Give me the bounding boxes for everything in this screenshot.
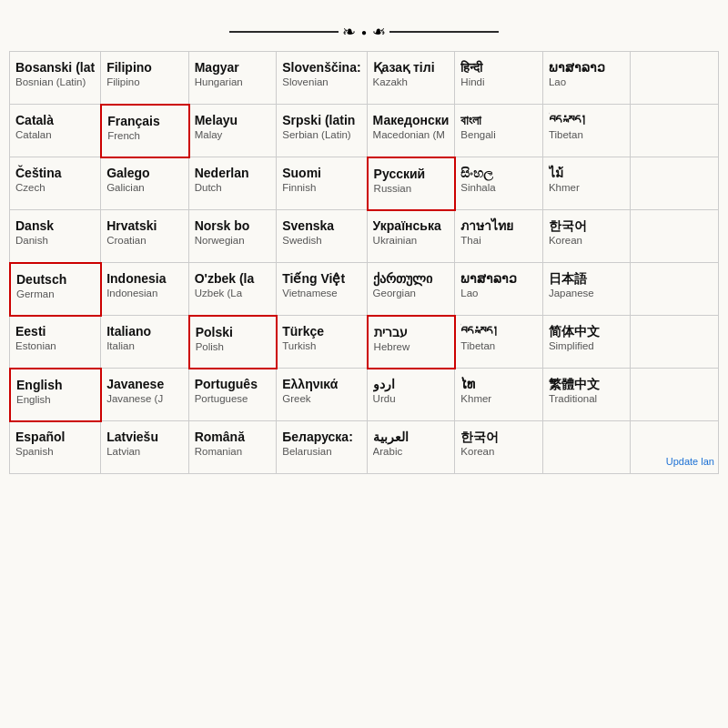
language-cell[interactable]: සිංහලSinhala [455, 157, 543, 210]
language-cell[interactable]: हिन्दीHindi [455, 52, 543, 105]
language-cell[interactable]: NederlanDutch [189, 157, 278, 210]
language-native-name: 日本語 [549, 270, 625, 287]
language-english-name: Indonesian [106, 287, 183, 300]
language-cell[interactable]: JavaneseJavanese (J [101, 369, 189, 421]
language-english-name: Turkish [282, 339, 360, 353]
language-native-name: Dansk [15, 217, 95, 234]
language-cell[interactable]: SvenskaSwedish [277, 210, 367, 263]
language-cell[interactable]: اردوUrdu [368, 369, 456, 421]
language-cell[interactable]: বাংলাBengali [455, 105, 543, 157]
language-english-name: Serbian (Latin) [282, 128, 360, 142]
ornament-left: ❧ [342, 22, 356, 42]
language-english-name: Czech [15, 181, 95, 195]
language-cell[interactable]: བོད་སྐད།Tibetan [543, 105, 632, 157]
ornament-right: ❧ [372, 22, 386, 42]
language-cell[interactable]: ČeštinaCzech [10, 157, 101, 210]
language-cell[interactable]: PolskiPolish [188, 315, 278, 369]
language-cell[interactable]: Slovenščina:Slovenian [277, 52, 367, 105]
language-cell[interactable]: SuomiFinnish [277, 157, 367, 210]
language-native-name: Tiếng Việt [282, 270, 360, 287]
language-cell[interactable]: 繁體中文Traditional [543, 369, 632, 421]
language-english-name: Javanese (J [106, 392, 183, 406]
language-native-name: བོད་སྐད། [460, 323, 537, 339]
language-english-name: Tibetan [549, 128, 625, 142]
language-english-name: German [16, 288, 95, 301]
language-cell[interactable]: O'zbek (laUzbek (La [189, 263, 278, 316]
language-cell[interactable]: 简体中文Simplified [543, 316, 632, 369]
language-cell[interactable]: HrvatskiCroatian [101, 210, 189, 263]
language-english-name: Japanese [549, 287, 625, 300]
language-cell[interactable]: Norsk boNorwegian [189, 210, 278, 263]
language-cell[interactable]: DanskDanish [10, 210, 101, 263]
language-cell[interactable]: IndonesiaIndonesian [101, 263, 189, 316]
language-cell[interactable]: MagyarHungarian [189, 52, 278, 105]
language-native-name: བོད་སྐད། [549, 112, 625, 128]
language-english-name: Hindi [460, 76, 537, 89]
language-cell[interactable]: ພາສາລາວLao [455, 263, 543, 316]
language-cell [631, 316, 719, 369]
language-english-name: Macedonian (M [373, 128, 450, 142]
language-cell[interactable]: EspañolSpanish [10, 421, 101, 474]
language-english-name: Dutch [195, 181, 271, 195]
language-native-name: Galego [106, 165, 183, 181]
language-native-name: O'zbek (la [195, 270, 271, 287]
language-cell[interactable]: УкраїнськаUkrainian [368, 210, 456, 263]
language-english-name: Traditional [549, 392, 625, 406]
language-cell[interactable]: 한국어Korean [543, 210, 632, 263]
language-cell[interactable]: РусскийRussian [367, 157, 457, 211]
language-cell[interactable]: 日本語Japanese [543, 263, 632, 316]
language-cell[interactable]: བོད་སྐད།Tibetan [455, 316, 543, 369]
language-cell [631, 369, 719, 421]
language-cell[interactable]: עבריתHebrew [367, 315, 457, 369]
language-cell[interactable]: RomânăRomanian [189, 421, 278, 474]
language-cell[interactable]: CatalàCatalan [10, 105, 101, 157]
language-cell[interactable]: DeutschGerman [9, 262, 102, 317]
language-english-name: Korean [460, 445, 537, 459]
language-cell[interactable]: ພາສາລາວLao [543, 52, 632, 105]
update-language-link[interactable]: Update lan [666, 456, 714, 468]
language-cell[interactable]: МакедонскиMacedonian (M [368, 105, 456, 157]
language-english-name: Greek [282, 392, 360, 406]
language-english-name: Spanish [15, 445, 95, 459]
language-english-name: Lao [460, 287, 537, 300]
language-native-name: Srpski (latin [282, 112, 360, 128]
language-english-name: Georgian [373, 287, 450, 300]
language-cell[interactable]: ItalianoItalian [101, 316, 189, 369]
language-cell[interactable]: Беларуска:Belarusian [277, 421, 367, 474]
language-cell[interactable]: Bosanski (latBosnian (Latin) [10, 52, 101, 105]
language-cell[interactable]: PortuguêsPortuguese [189, 369, 278, 421]
language-cell[interactable]: ไม้Khmer [543, 157, 632, 210]
language-cell[interactable]: EnglishEnglish [9, 368, 102, 422]
language-cell[interactable]: FilipinoFilipino [101, 52, 189, 105]
language-cell[interactable]: Update lan [631, 421, 719, 474]
language-english-name: Catalan [15, 128, 95, 142]
language-cell[interactable]: ภาษาไทยThai [455, 210, 543, 263]
language-english-name: Arabic [373, 445, 450, 459]
language-english-name: Italian [106, 339, 183, 353]
language-english-name: Khmer [549, 181, 625, 195]
language-cell[interactable]: ໄທKhmer [455, 369, 543, 421]
language-english-name: Filipino [106, 76, 183, 89]
language-cell[interactable]: TürkçeTurkish [277, 316, 367, 369]
language-cell[interactable]: Tiếng ViệtVietnamese [277, 263, 367, 316]
language-cell[interactable]: Srpski (latinSerbian (Latin) [277, 105, 367, 157]
language-native-name: 简体中文 [549, 323, 625, 339]
language-cell[interactable]: ქართულიGeorgian [368, 263, 456, 316]
language-cell[interactable]: LatviešuLatvian [101, 421, 189, 474]
language-english-name: Galician [106, 181, 183, 195]
language-cell[interactable]: ΕλληνικάGreek [277, 369, 367, 421]
language-native-name: Română [195, 429, 271, 445]
language-english-name: Romanian [195, 445, 271, 459]
language-english-name: Belarusian [282, 445, 360, 459]
language-cell[interactable]: Қазақ тіліKazakh [368, 52, 456, 105]
language-cell [631, 210, 719, 263]
language-cell[interactable]: GalegoGalician [101, 157, 189, 210]
language-cell[interactable]: MelayuMalay [189, 105, 278, 157]
language-cell[interactable]: EestiEstonian [10, 316, 101, 369]
language-english-name: Simplified [549, 339, 625, 353]
language-native-name: Беларуска: [282, 429, 360, 445]
language-cell[interactable]: FrançaisFrench [100, 104, 190, 158]
language-cell[interactable]: 한국어Korean [455, 421, 543, 474]
language-cell[interactable]: العربيةArabic [368, 421, 456, 474]
language-native-name: 한국어 [549, 217, 625, 234]
